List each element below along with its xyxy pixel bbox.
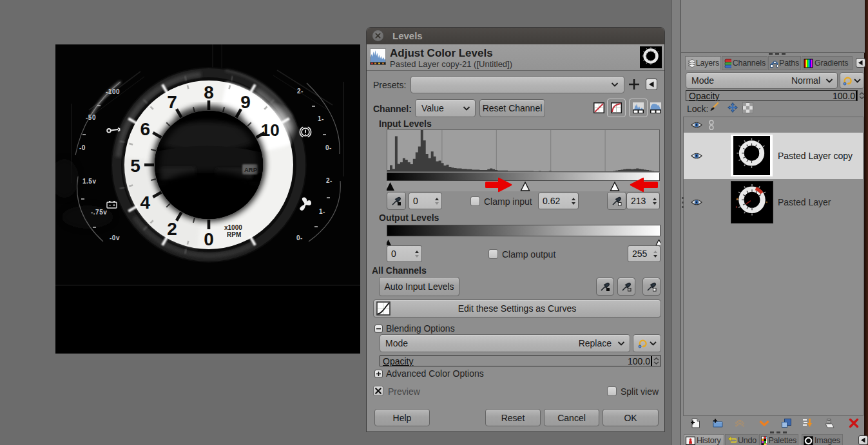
dock-menu-button[interactable] [856, 58, 865, 68]
pick-black-point-button[interactable] [387, 192, 406, 210]
lock-alpha-button[interactable] [742, 102, 753, 113]
black-point-slider[interactable] [387, 182, 394, 191]
advanced-expander[interactable] [374, 370, 383, 378]
all-pick-white-button[interactable] [642, 278, 661, 296]
all-pick-gray-button[interactable] [617, 278, 635, 296]
reset-channel-button[interactable]: Reset Channel [479, 99, 545, 117]
reset-button[interactable]: Reset [485, 409, 541, 426]
spin-down-icon[interactable] [653, 202, 657, 205]
input-histogram[interactable] [387, 129, 660, 172]
input-low-spinbox[interactable]: 0 [409, 193, 442, 209]
blend-mode-combo[interactable]: Mode Replace [380, 334, 630, 352]
tab-gradients[interactable]: Gradients [802, 56, 853, 70]
lock-position-button[interactable] [727, 102, 738, 113]
spin-buttons[interactable] [432, 193, 441, 209]
eye-icon[interactable] [691, 152, 702, 160]
white-point-slider[interactable] [611, 182, 619, 191]
add-preset-button[interactable] [627, 77, 641, 91]
dock-drag-handle[interactable] [769, 53, 786, 55]
dialog-titlebar[interactable]: Levels [367, 28, 664, 45]
tab-paths[interactable]: Paths [768, 56, 801, 70]
output-high-spinbox[interactable]: 255 [628, 245, 661, 262]
tab-images[interactable]: Images [802, 434, 843, 445]
clamp-input-checkbox[interactable] [470, 196, 480, 206]
blend-mode-switch-button[interactable] [633, 334, 661, 352]
spin-down-icon[interactable] [653, 255, 657, 258]
visibility-column-icon[interactable] [691, 121, 702, 129]
new-layer-button[interactable] [690, 417, 701, 429]
spin-down-icon[interactable] [859, 96, 865, 99]
presets-combo[interactable] [410, 76, 624, 93]
spin-buttons[interactable] [412, 246, 421, 261]
layer-thumbnail[interactable] [731, 135, 773, 176]
merge-down-button[interactable] [802, 417, 813, 429]
dock-resize-grip[interactable] [681, 197, 684, 215]
edit-as-curves-button[interactable]: Edit these Settings as Curves [373, 299, 661, 317]
dock-bottom-menu-button[interactable] [858, 435, 868, 445]
all-pick-black-button[interactable] [596, 278, 614, 296]
spin-down-icon[interactable] [572, 202, 575, 205]
eye-icon[interactable] [691, 198, 702, 206]
curve-perceptual-button[interactable] [607, 99, 626, 117]
spin-up-icon[interactable] [653, 251, 657, 253]
spin-up-icon[interactable] [653, 198, 657, 200]
duplicate-layer-button[interactable] [780, 417, 792, 429]
spin-buttons[interactable] [650, 193, 659, 209]
layer-thumbnail[interactable] [731, 181, 773, 223]
spin-up-icon[interactable] [859, 92, 865, 95]
pick-white-point-button[interactable] [607, 192, 626, 210]
layer-opacity-slider[interactable]: Opacity 100.0 [686, 90, 858, 101]
blending-expander[interactable] [374, 325, 383, 333]
spin-buttons[interactable] [568, 193, 578, 209]
layer-name[interactable]: Pasted Layer [778, 197, 831, 207]
spin-buttons[interactable] [650, 246, 660, 261]
auto-input-levels-button[interactable]: Auto Input Levels [379, 277, 459, 296]
layer-mode-combo[interactable]: Mode Normal [686, 72, 838, 89]
blending-options-label[interactable]: Blending Options [386, 323, 455, 334]
spin-down-icon[interactable] [653, 361, 659, 365]
layer-mode-switch-button[interactable] [840, 72, 864, 89]
tab-history[interactable]: History [684, 434, 724, 445]
ok-button[interactable]: OK [603, 409, 659, 426]
output-black-slider[interactable] [387, 240, 391, 245]
spin-up-icon[interactable] [572, 198, 575, 200]
chain-column-icon[interactable] [708, 120, 715, 130]
tab-undo[interactable]: Undo [725, 434, 758, 445]
clamp-output-checkbox[interactable] [488, 249, 498, 259]
preview-checkbox[interactable] [373, 386, 383, 396]
layer-opacity-spinner[interactable] [858, 90, 865, 101]
anchor-layer-button[interactable] [824, 417, 835, 429]
raise-layer-button[interactable] [734, 417, 746, 429]
dock-drag-handle[interactable] [770, 431, 787, 433]
presets-menu-button[interactable] [646, 79, 657, 90]
spin-buttons[interactable] [652, 357, 661, 365]
dock-splitter[interactable] [671, 0, 680, 445]
spin-down-icon[interactable] [415, 255, 419, 258]
canvas-image[interactable]: 0245678910ARPx1000RPM-100-50-01.5v-.75v-… [55, 44, 360, 354]
output-white-slider[interactable] [656, 240, 661, 245]
layer-row-selected[interactable]: Pasted Layer copy [684, 133, 863, 179]
layer-name[interactable]: Pasted Layer copy [778, 151, 853, 161]
spin-up-icon[interactable] [415, 251, 419, 253]
lock-pixels-button[interactable] [708, 102, 719, 113]
cancel-button[interactable]: Cancel [544, 409, 599, 426]
curve-linear-button[interactable] [591, 100, 607, 116]
lower-layer-button[interactable] [758, 417, 770, 429]
input-high-spinbox[interactable]: 213 [626, 193, 660, 209]
input-gamma-spinbox[interactable]: 0.62 [538, 193, 579, 209]
spin-up-icon[interactable] [653, 357, 659, 361]
layer-row[interactable]: Pasted Layer [684, 179, 863, 225]
delete-layer-button[interactable] [848, 417, 860, 429]
spin-down-icon[interactable] [435, 202, 439, 205]
tab-channels[interactable]: Channels [722, 56, 767, 70]
blend-opacity-slider[interactable]: Opacity 100.0 [380, 355, 661, 366]
gamma-slider[interactable] [521, 182, 530, 191]
tab-palettes[interactable]: Palettes [759, 434, 798, 445]
output-low-spinbox[interactable]: 0 [387, 245, 422, 262]
channel-combo[interactable]: Value [415, 99, 476, 117]
tab-layers[interactable]: Layers [685, 56, 721, 70]
histogram-log-button[interactable] [648, 100, 664, 116]
close-button[interactable] [372, 30, 383, 41]
histogram-linear-button[interactable] [629, 99, 648, 117]
split-view-checkbox[interactable] [607, 386, 617, 396]
